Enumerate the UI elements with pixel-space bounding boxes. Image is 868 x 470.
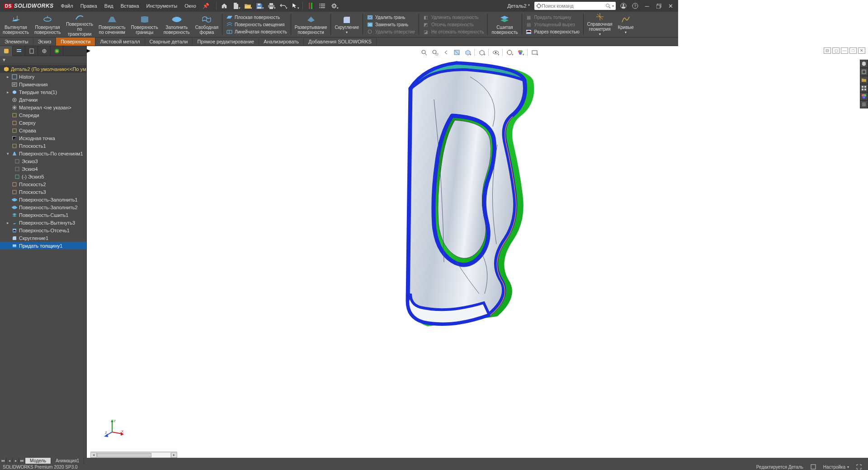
graphics-area[interactable]: ▾ ▾ ▾ ▾ ▾ ▾ ⊟ ◻ — □ ✕ — [90, 46, 678, 367]
funnel-icon: ▼ — [2, 57, 6, 62]
tree-right-plane[interactable]: Справа — [0, 127, 86, 134]
tab-surfaces[interactable]: Поверхности — [56, 38, 95, 46]
pin-menu-icon[interactable]: 📌 — [200, 3, 212, 9]
tree-sketch4[interactable]: Эскиз4 — [0, 165, 86, 173]
tree-trim1[interactable]: Поверхность-Отсечь1 — [0, 226, 86, 234]
user-icon[interactable] — [618, 1, 628, 11]
tab-sheetmetal[interactable]: Листовой металл — [95, 38, 145, 46]
fm-tab-feature-tree[interactable] — [0, 46, 13, 56]
menu-tools[interactable]: Инструменты — [143, 0, 181, 12]
tree-plane2[interactable]: Плоскость2 — [0, 180, 86, 188]
cmd-sweep-surface[interactable]: Поверхность по траектории — [63, 12, 96, 37]
close-icon[interactable]: ✕ — [665, 1, 675, 11]
tree-thicken1[interactable]: Придать толщину1 — [0, 242, 86, 249]
tab-addins[interactable]: Добавления SOLIDWORKS — [304, 38, 377, 46]
tree-history[interactable]: ▸History — [0, 73, 86, 80]
cmd-delete-face[interactable]: Удалить грань — [367, 14, 415, 20]
window-controls: ? ─ ✕ — [616, 1, 678, 11]
tab-sketch[interactable]: Эскиз — [33, 38, 56, 46]
svg-text:?: ? — [634, 4, 636, 8]
tree-sketch3[interactable]: Эскиз3 — [0, 157, 86, 165]
command-search-input[interactable] — [542, 3, 605, 9]
undo-icon[interactable]: ▾ — [278, 1, 288, 11]
tree-fill1[interactable]: Поверхность-Заполнить1 — [0, 196, 86, 203]
print-icon[interactable]: ▾ — [266, 1, 277, 11]
cmd-cut-with-surface[interactable]: Разрез поверхностью — [526, 28, 580, 35]
tree-fill2[interactable]: Поверхность-Заполнить2 — [0, 203, 86, 211]
tree-filter-bar[interactable]: ▼ — [0, 56, 86, 64]
fm-tab-dimxpert[interactable] — [38, 46, 51, 56]
help-icon[interactable]: ? — [630, 1, 640, 11]
tree-origin[interactable]: Исходная точка — [0, 134, 86, 142]
cmd-ruled-surface[interactable]: Линейчатая поверхность — [226, 28, 287, 35]
restore-icon[interactable] — [654, 1, 664, 11]
tree-solid-bodies[interactable]: ▸Твердые тела(1) — [0, 88, 86, 96]
options-list-icon[interactable] — [317, 1, 328, 11]
cmd-fill-surface[interactable]: Заполнить поверхность — [161, 12, 193, 37]
tree-knit1[interactable]: Поверхность-Сшить1 — [0, 211, 86, 219]
cmd-flatten-surface[interactable]: Развертывание поверхности — [292, 12, 330, 37]
cmd-loft-surface[interactable]: Поверхность по сечениям — [96, 12, 128, 37]
svg-rect-31 — [12, 83, 17, 86]
model-view — [384, 50, 574, 339]
select-arrow-icon[interactable]: ▾ — [289, 1, 300, 11]
cmd-revolve-surface[interactable]: Повернутая поверхность — [32, 12, 63, 37]
rebuild-icon[interactable] — [305, 1, 316, 11]
fm-tab-property-mgr[interactable] — [13, 46, 25, 56]
feature-tree: Деталь2 (По умолчанию<<По умолч ▸History… — [0, 64, 86, 367]
open-icon[interactable]: ▾ — [242, 1, 253, 11]
svg-rect-39 — [15, 167, 19, 171]
home-icon[interactable] — [219, 1, 230, 11]
fm-tab-config-mgr[interactable] — [25, 46, 38, 56]
tab-features[interactable]: Элементы — [0, 38, 33, 46]
document-name: Деталь2 * — [503, 3, 534, 9]
tree-loft1[interactable]: ▾Поверхность-По сечениям1 — [0, 150, 86, 157]
tree-front-plane[interactable]: Спереди — [0, 111, 86, 119]
new-icon[interactable]: ▾ — [231, 1, 241, 11]
tree-extrude3[interactable]: ▸Поверхность-Вытянуть3 — [0, 219, 86, 226]
minimize-icon[interactable]: ─ — [642, 1, 652, 11]
search-icon — [605, 3, 611, 9]
tree-sketch5[interactable]: (-) Эскиз5 — [0, 173, 86, 180]
svg-rect-2 — [269, 3, 273, 5]
tree-plane3[interactable]: Плоскость3 — [0, 188, 86, 196]
tree-material[interactable]: Материал <не указан> — [0, 103, 86, 111]
cmd-replace-face[interactable]: Заменить грань — [367, 21, 415, 28]
svg-rect-26 — [30, 49, 33, 53]
menu-file[interactable]: Файл — [57, 0, 77, 12]
svg-point-19 — [44, 18, 51, 21]
svg-point-10 — [333, 5, 335, 7]
cmd-delete-hole: Удалить отверстие — [367, 28, 415, 35]
tree-annotations[interactable]: Примечания — [0, 80, 86, 88]
cmd-fillet[interactable]: Скругление▾ — [332, 12, 362, 37]
tab-analyze[interactable]: Анализировать — [259, 38, 304, 46]
cmd-reference-geometry[interactable]: Справочная геометрия▾ — [585, 12, 615, 37]
menu-insert[interactable]: Вставка — [117, 0, 143, 12]
cmd-extrude-surface[interactable]: Вытянутая поверхность — [0, 12, 32, 37]
cmd-freeform[interactable]: Свободная форма — [193, 12, 221, 37]
tree-plane1[interactable]: Плоскость1 — [0, 142, 86, 150]
target-icon — [536, 3, 542, 9]
tree-fillet1[interactable]: Скругление1 — [0, 234, 86, 242]
cmd-extend-surface: ◧Удлинить поверхность — [423, 14, 484, 20]
fm-flyout-handle[interactable]: ▸ — [87, 46, 90, 367]
svg-point-12 — [606, 4, 609, 7]
settings-gear-icon[interactable]: ▾ — [329, 1, 340, 11]
cmd-planar-surface[interactable]: Плоская поверхность — [226, 14, 287, 20]
cmd-boundary-surface[interactable]: Поверхность границы — [128, 12, 161, 37]
tree-root[interactable]: Деталь2 (По умолчанию<<По умолч — [0, 65, 86, 73]
tree-top-plane[interactable]: Сверху — [0, 119, 86, 127]
fm-tab-display-mgr[interactable] — [51, 46, 63, 56]
cmd-curves[interactable]: Кривые▾ — [615, 12, 637, 37]
tab-weldments[interactable]: Сварные детали — [145, 38, 193, 46]
tab-directedit[interactable]: Прямое редактирование — [193, 38, 259, 46]
cmd-offset-surface[interactable]: Поверхность смещения — [226, 21, 287, 28]
command-search[interactable]: ▾ — [534, 2, 616, 10]
menu-view[interactable]: Вид — [101, 0, 117, 12]
menu-edit[interactable]: Правка — [77, 0, 101, 12]
menu-window[interactable]: Окно — [181, 0, 200, 12]
tree-sensors[interactable]: Датчики — [0, 96, 86, 103]
cmd-knit-surface[interactable]: Сшитая поверхность — [489, 12, 520, 37]
svg-rect-34 — [13, 113, 16, 117]
save-icon[interactable]: ▾ — [254, 1, 265, 11]
